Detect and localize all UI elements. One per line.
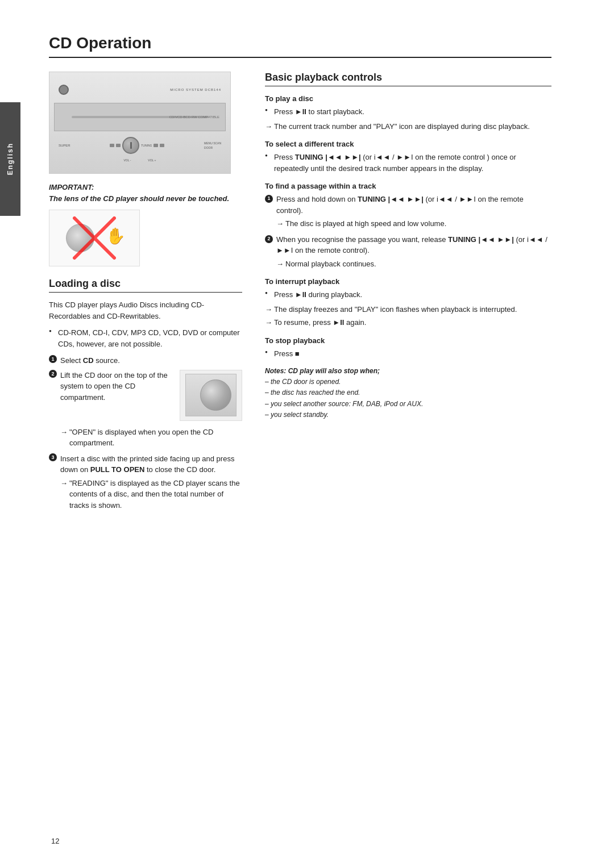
interrupt-arrow2: To resume, press ►II again.: [265, 317, 551, 328]
left-column: MICRO SYSTEM DCB144 CD/VCD·BCD·RW COMPAT…: [49, 72, 242, 515]
note3: – you select another source: FM, DAB, iP…: [265, 399, 551, 410]
loading-intro: This CD player plays Audio Discs includi…: [49, 299, 242, 322]
select-track-heading: To select a different track: [265, 140, 551, 148]
main-content: CD Operation MICRO SYSTEM DCB144: [20, 34, 580, 834]
find-passage-arrow1: The disc is played at high speed and low…: [276, 218, 551, 229]
stop-playback-section: To stop playback Press ■: [265, 336, 551, 360]
note4: – you select standby.: [265, 410, 551, 420]
right-column: Basic playback controls To play a disc P…: [265, 72, 551, 515]
step1-badge: 1: [49, 355, 57, 363]
step3-badge: 3: [49, 453, 57, 461]
device-illustration: MICRO SYSTEM DCB144 CD/VCD·BCD·RW COMPAT…: [49, 72, 231, 174]
stop-step1: Press ■: [265, 348, 551, 360]
disc-right-illustration: [200, 379, 231, 411]
find-passage-step1: 1 Press and hold down on TUNING |◄◄ ►►| …: [265, 194, 551, 229]
select-track-list: Press TUNING |◄◄ ►►| (or i◄◄ / ►►I on th…: [265, 152, 551, 174]
loading-steps: 1 Select CD source. 2: [49, 355, 242, 513]
page-number: 12: [51, 837, 59, 845]
stop-playback-list: Press ■: [265, 348, 551, 360]
find-passage-heading: To find a passage within a track: [265, 182, 551, 190]
step2-badge: 2: [49, 370, 57, 378]
note1: – the CD door is opened.: [265, 377, 551, 387]
play-disc-section: To play a disc Press ►II to start playba…: [265, 94, 551, 132]
important-text: The lens of the CD player should never b…: [49, 194, 242, 204]
notes-section: Notes: CD play will also stop when; – th…: [265, 366, 551, 420]
tuning-knob: [122, 137, 139, 154]
important-box: IMPORTANT: The lens of the CD player sho…: [49, 183, 242, 204]
loading-bullet-list: CD-ROM, CD-I, CDV, MP3 CD, VCD, DVD or c…: [49, 327, 242, 349]
loading-disc-section: Loading a disc This CD player plays Audi…: [49, 278, 242, 513]
loading-bullet-item: CD-ROM, CD-I, CDV, MP3 CD, VCD, DVD or c…: [49, 327, 242, 349]
two-column-layout: MICRO SYSTEM DCB144 CD/VCD·BCD·RW COMPAT…: [49, 72, 551, 515]
loading-step2: 2 Lift the CD door on the to: [49, 370, 242, 451]
find-passage-arrow2: Normal playback continues.: [276, 258, 551, 270]
language-tab: English: [0, 102, 20, 216]
find-passage-list: 1 Press and hold down on TUNING |◄◄ ►►| …: [265, 194, 551, 269]
select-track-section: To select a different track Press TUNING…: [265, 140, 551, 174]
play-disc-list: Press ►II to start playback.: [265, 106, 551, 118]
interrupt-arrow1: The display freezes and "PLAY" icon flas…: [265, 304, 551, 315]
standby-button-illustration: [59, 85, 69, 95]
find-passage-step2: 2 When you recognise the passage you wan…: [265, 234, 551, 270]
interrupt-step1: Press ►II during playback.: [265, 289, 551, 301]
loading-step1: 1 Select CD source.: [49, 355, 242, 366]
basic-playback-heading: Basic playback controls: [265, 72, 551, 86]
language-label: English: [6, 143, 14, 175]
interrupt-playback-heading: To interrupt playback: [265, 277, 551, 286]
notes-title: Notes: CD play will also stop when;: [265, 366, 551, 377]
play-disc-heading: To play a disc: [265, 94, 551, 103]
interrupt-playback-section: To interrupt playback Press ►II during p…: [265, 277, 551, 328]
select-track-step1: Press TUNING |◄◄ ►►| (or i◄◄ / ►►I on th…: [265, 152, 551, 174]
play-disc-step1: Press ►II to start playback.: [265, 106, 551, 118]
play-disc-arrow: The current track number and "PLAY" icon…: [265, 121, 551, 132]
no-touch-illustration: ✋: [49, 210, 140, 266]
loading-step3: 3 Insert a disc with the printed side fa…: [49, 453, 242, 514]
step3-arrow: "READING" is displayed as the CD player …: [60, 478, 242, 511]
step2-arrow: "OPEN" is displayed when you open the CD…: [60, 427, 242, 449]
interrupt-playback-list: Press ►II during playback.: [265, 289, 551, 301]
important-title: IMPORTANT:: [49, 183, 242, 191]
page-title: CD Operation: [49, 34, 551, 58]
step2-text: Lift the CD door on the top of the syste…: [60, 371, 168, 402]
find-passage-section: To find a passage within a track 1 Press…: [265, 182, 551, 269]
loading-disc-heading: Loading a disc: [49, 278, 242, 293]
note2: – the disc has reached the end.: [265, 387, 551, 398]
stop-playback-heading: To stop playback: [265, 336, 551, 345]
device-right-illustration: [180, 370, 242, 421]
